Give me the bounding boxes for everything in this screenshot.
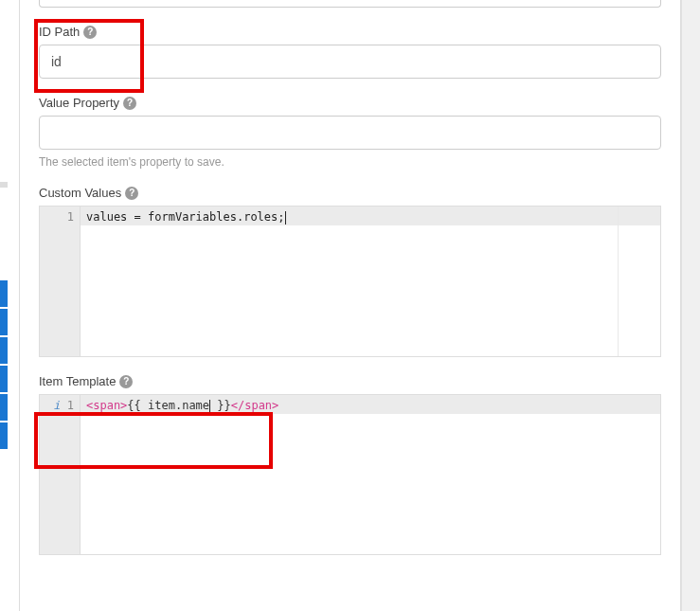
help-icon[interactable]: ? (125, 187, 138, 200)
previous-field-bottom (39, 0, 661, 8)
value-property-group: Value Property ? The selected item's pro… (39, 96, 661, 169)
label-text: Value Property (39, 96, 119, 110)
tag-open: <span> (86, 399, 127, 412)
tag-close: </span> (231, 399, 279, 412)
right-scrollbar-rail[interactable] (681, 0, 700, 611)
line-number: 1 (40, 208, 74, 225)
left-accent (0, 280, 8, 307)
custom-values-group: Custom Values ? 1 values = formVariables… (39, 186, 661, 357)
highlight-box-id-path (34, 19, 144, 93)
custom-values-editor[interactable]: 1 values = formVariables.roles; (39, 206, 661, 357)
value-property-input[interactable] (39, 116, 661, 150)
line-number: 1 (67, 399, 74, 412)
label-text: Custom Values (39, 186, 121, 200)
left-accent (0, 422, 8, 449)
value-property-label: Value Property ? (39, 96, 661, 110)
highlight-box-item-template (34, 412, 273, 469)
help-icon[interactable]: ? (123, 97, 136, 110)
cursor (285, 211, 286, 225)
editor-gutter: 1 (40, 207, 81, 356)
left-accent (0, 394, 8, 421)
left-accent (0, 337, 8, 364)
code-text: values = formVariables.roles; (86, 210, 285, 224)
value-property-help: The selected item's property to save. (39, 155, 661, 169)
left-rail-strip (0, 0, 8, 611)
left-accent (0, 366, 8, 392)
editor-body[interactable]: values = formVariables.roles; (81, 207, 660, 356)
help-icon[interactable]: ? (119, 375, 133, 388)
left-divider (0, 182, 8, 188)
left-accent (0, 309, 8, 335)
label-text: Item Template (39, 374, 116, 388)
expr-end: }} (210, 399, 231, 412)
item-template-label: Item Template ? (39, 374, 661, 388)
custom-values-label: Custom Values ? (39, 186, 661, 200)
print-margin (618, 207, 619, 356)
expr: {{ item.name (127, 399, 209, 412)
